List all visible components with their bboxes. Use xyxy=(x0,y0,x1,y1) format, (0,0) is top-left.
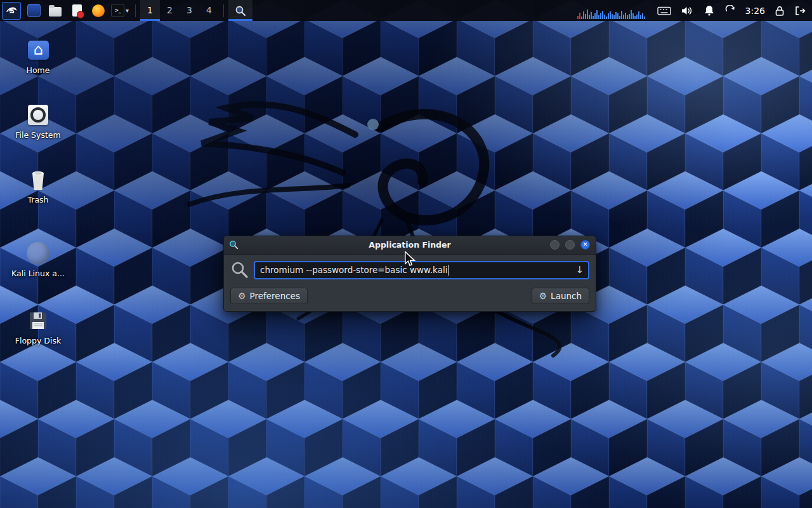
floppy-disk-icon xyxy=(27,310,49,331)
file-system-icon xyxy=(28,105,48,125)
desktop-icon-label: Floppy Disk xyxy=(8,336,69,345)
window-titlebar[interactable]: Application Finder ✕ xyxy=(224,236,596,255)
desktop-icon-label: Home xyxy=(8,65,69,75)
window-body: chromium --password-store=basic www.kali… xyxy=(224,255,596,311)
audio-visualizer xyxy=(577,3,645,19)
desktop-icon-label: Trash xyxy=(8,195,69,204)
kali-menu-button[interactable] xyxy=(2,2,21,20)
magnifier-icon xyxy=(235,5,246,17)
preferences-button[interactable]: ⚙ Preferences xyxy=(230,288,308,304)
command-input[interactable]: chromium --password-store=basic www.kali… xyxy=(254,261,589,279)
keyboard-indicator-icon[interactable] xyxy=(657,6,671,16)
red-badge-icon xyxy=(77,11,84,18)
text-caret xyxy=(448,265,449,276)
updates-icon[interactable] xyxy=(724,5,736,17)
text-editor-launcher[interactable] xyxy=(68,3,86,19)
application-finder-window: Application Finder ✕ chromium --password… xyxy=(223,236,596,312)
desktop-icon-label: Kali Linux a... xyxy=(8,269,69,278)
kali-disc-icon xyxy=(27,242,49,265)
desktop-icon-home[interactable]: ⌂ Home xyxy=(8,37,69,75)
logout-icon[interactable] xyxy=(794,6,806,16)
panel-separator xyxy=(223,4,224,17)
workspace-4[interactable]: 4 xyxy=(199,0,219,21)
workspace-2[interactable]: 2 xyxy=(160,0,180,21)
desktop-icon-trash[interactable]: Trash xyxy=(8,166,69,204)
terminal-launcher[interactable]: >_ ▾ xyxy=(111,3,129,19)
firefox-launcher[interactable] xyxy=(89,3,107,19)
close-button[interactable]: ✕ xyxy=(580,240,590,250)
document-icon xyxy=(72,4,82,17)
volume-icon[interactable] xyxy=(681,6,694,16)
desktop-icon-label: File System xyxy=(8,130,69,140)
folder-icon xyxy=(49,7,62,17)
system-tray: 3:26 xyxy=(577,3,812,19)
kali-logo-icon xyxy=(5,4,18,17)
window-title: Application Finder xyxy=(224,236,596,254)
workspace-3[interactable]: 3 xyxy=(180,0,199,21)
top-panel: >_ ▾ 1 2 3 4 xyxy=(0,0,812,21)
terminal-icon: >_ xyxy=(111,4,124,17)
minimize-button[interactable] xyxy=(550,240,560,250)
dropdown-arrow-icon[interactable]: ↓ xyxy=(575,262,584,278)
command-text: chromium --password-store=basic www.kali xyxy=(260,265,447,275)
home-icon: ⌂ xyxy=(28,41,49,60)
notification-bell-icon[interactable] xyxy=(704,5,715,16)
blue-square-icon xyxy=(27,4,41,17)
run-gear-icon: ⚙ xyxy=(539,291,547,300)
launch-button[interactable]: ⚙ Launch xyxy=(532,288,589,304)
lock-icon[interactable] xyxy=(775,5,785,17)
search-icon xyxy=(230,260,249,279)
file-manager-launcher[interactable] xyxy=(46,3,64,19)
gear-icon: ⚙ xyxy=(238,291,246,300)
taskbar-application-finder-button[interactable] xyxy=(228,0,252,21)
firefox-icon xyxy=(92,4,105,17)
panel-separator xyxy=(135,4,136,17)
desktop-icon-file-system[interactable]: File System xyxy=(8,102,69,140)
desktop-icon-kali-linux[interactable]: Kali Linux a... xyxy=(8,240,69,278)
workspace-1[interactable]: 1 xyxy=(140,0,160,21)
chevron-down-icon[interactable]: ▾ xyxy=(126,7,129,14)
places-launcher[interactable] xyxy=(25,3,43,19)
trash-icon xyxy=(29,168,48,191)
clock[interactable]: 3:26 xyxy=(745,6,765,16)
desktop-icon-floppy-disk[interactable]: Floppy Disk xyxy=(8,307,69,345)
maximize-button[interactable] xyxy=(565,240,575,250)
